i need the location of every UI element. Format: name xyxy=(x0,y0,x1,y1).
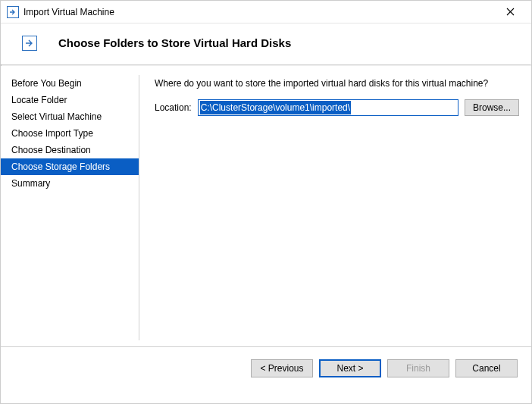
next-button[interactable]: Next > xyxy=(319,359,381,377)
previous-button[interactable]: < Previous xyxy=(251,359,313,377)
close-button[interactable] xyxy=(495,2,525,23)
page-title: Choose Folders to Store Virtual Hard Dis… xyxy=(58,36,291,49)
wizard-sidebar: Before You Begin Locate Folder Select Vi… xyxy=(1,66,139,346)
location-value: C:\ClusterStorage\volume1\imported\ xyxy=(200,101,351,114)
location-label: Location: xyxy=(155,102,192,113)
prompt-text: Where do you want to store the imported … xyxy=(155,78,519,89)
browse-button[interactable]: Browse... xyxy=(465,99,519,116)
step-import-type[interactable]: Choose Import Type xyxy=(1,125,139,142)
finish-button[interactable]: Finish xyxy=(387,359,449,377)
step-storage-folders[interactable]: Choose Storage Folders xyxy=(1,158,139,175)
wizard-header: Choose Folders to Store Virtual Hard Dis… xyxy=(1,23,531,64)
wizard-main: Where do you want to store the imported … xyxy=(139,66,531,346)
location-input[interactable]: C:\ClusterStorage\volume1\imported\ xyxy=(198,99,458,116)
wizard-footer: < Previous Next > Finish Cancel xyxy=(1,346,531,389)
step-locate-folder[interactable]: Locate Folder xyxy=(1,92,139,108)
step-summary[interactable]: Summary xyxy=(1,175,139,192)
cancel-button[interactable]: Cancel xyxy=(455,359,518,377)
import-icon xyxy=(22,36,37,51)
import-icon xyxy=(7,6,19,18)
window-title: Import Virtual Machine xyxy=(23,7,495,17)
step-destination[interactable]: Choose Destination xyxy=(1,142,139,158)
step-before-you-begin[interactable]: Before You Begin xyxy=(1,75,139,92)
step-select-vm[interactable]: Select Virtual Machine xyxy=(1,108,139,125)
titlebar: Import Virtual Machine xyxy=(1,1,531,23)
